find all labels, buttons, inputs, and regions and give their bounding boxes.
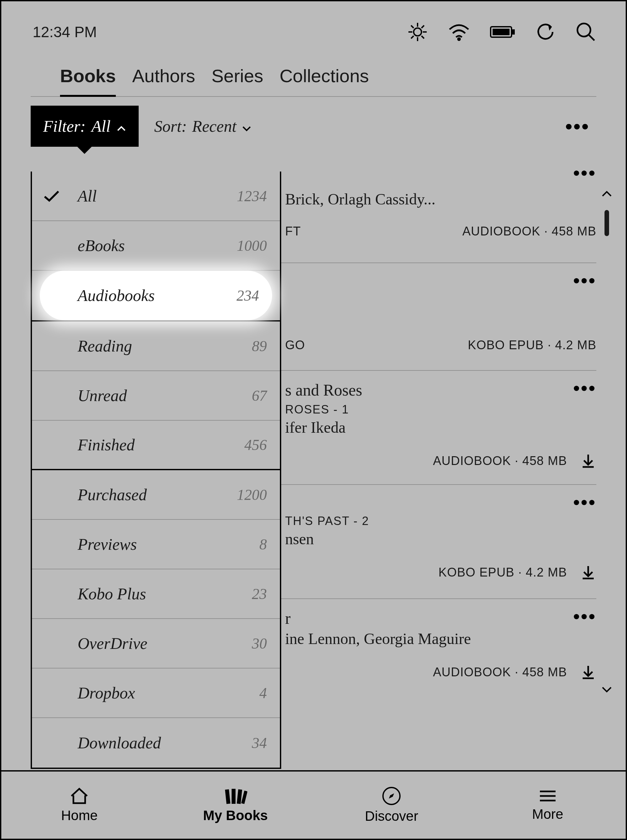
filter-option-label: Kobo Plus [71, 584, 252, 603]
filter-option-dropbox[interactable]: Dropbox 4 [32, 669, 280, 718]
row-more-button[interactable]: ••• [573, 491, 596, 513]
row-more-button[interactable]: ••• [573, 162, 596, 183]
book-narrator: ifer Ikeda [285, 418, 596, 436]
filter-option-count: 67 [252, 387, 267, 404]
filter-option-label: Audiobooks [71, 286, 236, 305]
list-more-button[interactable]: ••• [566, 115, 590, 138]
book-series: TH'S PAST - 2 [285, 514, 596, 528]
filter-option-purchased[interactable]: Purchased 1200 [32, 470, 280, 520]
filter-option-finished[interactable]: Finished 456 [32, 421, 280, 470]
filter-option-count: 234 [236, 287, 259, 304]
download-icon[interactable] [580, 564, 596, 580]
filter-option-count: 23 [252, 585, 267, 602]
tab-authors[interactable]: Authors [132, 65, 195, 96]
book-meta: KOBO EPUB · 4.2 MB [468, 338, 596, 352]
filter-option-reading[interactable]: Reading 89 [32, 321, 280, 371]
svg-rect-12 [512, 29, 515, 35]
row-more-button[interactable]: ••• [573, 270, 596, 291]
row-more-button[interactable]: ••• [573, 606, 596, 627]
book-series: GO [285, 338, 305, 352]
scroll-down-icon[interactable] [600, 683, 613, 696]
filter-option-previews[interactable]: Previews 8 [32, 520, 280, 569]
download-icon[interactable] [580, 664, 596, 680]
library-tabs: Books Authors Series Collections [31, 49, 596, 97]
book-title: r [285, 609, 596, 628]
sort-button[interactable]: Sort: Recent [154, 117, 252, 136]
sort-current: Recent [192, 117, 236, 136]
download-icon[interactable] [580, 453, 596, 469]
nav-home[interactable]: Home [1, 772, 158, 839]
search-icon[interactable] [575, 22, 596, 42]
filter-option-label: Purchased [71, 485, 237, 504]
svg-line-8 [411, 36, 414, 38]
filter-option-count: 30 [252, 635, 267, 652]
svg-point-13 [577, 24, 591, 36]
svg-rect-22 [232, 789, 236, 804]
book-meta: KOBO EPUB · 4.2 MB [438, 565, 567, 579]
tab-books[interactable]: Books [60, 65, 116, 97]
svg-rect-21 [225, 789, 230, 804]
filter-option-count: 1234 [237, 187, 267, 205]
scroll-thumb[interactable] [605, 210, 609, 236]
nav-label: My Books [203, 808, 268, 823]
filter-sort-row: Filter: All Sort: Recent ••• [31, 97, 596, 156]
nav-label: Discover [365, 809, 418, 824]
filter-option-audiobooks[interactable]: Audiobooks 234 [40, 271, 272, 320]
filter-button[interactable]: Filter: All [31, 105, 139, 147]
filter-option-count: 456 [244, 436, 267, 454]
nav-mybooks[interactable]: My Books [158, 772, 314, 839]
tab-collections[interactable]: Collections [280, 65, 369, 96]
battery-icon [490, 25, 515, 39]
tab-series[interactable]: Series [211, 65, 263, 96]
wifi-icon[interactable] [447, 23, 470, 41]
filter-option-overdrive[interactable]: OverDrive 30 [32, 619, 280, 669]
sort-label-prefix: Sort: [154, 117, 187, 136]
filter-dropdown: All 1234 eBooks 1000 Audiobooks 234 Read… [31, 171, 281, 769]
filter-option-koboplus[interactable]: Kobo Plus 23 [32, 569, 280, 619]
filter-option-label: Finished [71, 435, 244, 454]
brightness-icon[interactable] [407, 22, 428, 42]
home-icon [69, 787, 90, 805]
nav-discover[interactable]: Discover [314, 772, 470, 839]
svg-line-7 [422, 25, 424, 28]
filter-option-label: Reading [71, 337, 252, 356]
menu-icon [538, 788, 558, 804]
bottom-nav: Home My Books Discover More [1, 770, 626, 839]
svg-line-5 [411, 25, 414, 28]
filter-option-label: Unread [71, 386, 252, 405]
book-title: s and Roses [285, 381, 596, 400]
filter-option-count: 8 [259, 536, 267, 553]
filter-option-label: Downloaded [71, 733, 252, 752]
svg-line-6 [422, 36, 424, 38]
svg-marker-26 [389, 793, 394, 799]
row-more-button[interactable]: ••• [573, 377, 596, 398]
svg-rect-23 [236, 789, 242, 804]
clock: 12:34 PM [33, 23, 97, 41]
svg-line-14 [589, 35, 594, 41]
filter-option-count: 34 [252, 735, 267, 752]
chevron-up-icon [117, 117, 126, 136]
filter-option-count: 1000 [237, 237, 267, 254]
book-series: ROSES - 1 [285, 403, 596, 417]
scroll-indicator[interactable] [600, 187, 613, 709]
scroll-track[interactable] [600, 200, 613, 683]
filter-option-unread[interactable]: Unread 67 [32, 371, 280, 421]
nav-more[interactable]: More [470, 772, 626, 839]
scroll-up-icon[interactable] [600, 187, 613, 200]
filter-option-downloaded[interactable]: Downloaded 34 [32, 718, 280, 768]
filter-option-all[interactable]: All 1234 [32, 171, 280, 221]
nav-label: More [532, 806, 563, 822]
filter-option-label: All [71, 187, 237, 205]
svg-rect-11 [493, 29, 510, 35]
filter-option-label: OverDrive [71, 634, 252, 653]
nav-label: Home [61, 808, 98, 823]
filter-option-label: eBooks [71, 236, 237, 255]
filter-option-count: 4 [259, 684, 267, 702]
filter-option-ebooks[interactable]: eBooks 1000 [32, 221, 280, 271]
sync-icon[interactable] [535, 22, 556, 42]
compass-icon [382, 786, 401, 806]
chevron-down-icon [242, 117, 252, 136]
filter-option-count: 89 [252, 338, 267, 355]
book-meta: AUDIOBOOK · 458 MB [433, 454, 567, 468]
filter-label-prefix: Filter: [43, 117, 86, 136]
